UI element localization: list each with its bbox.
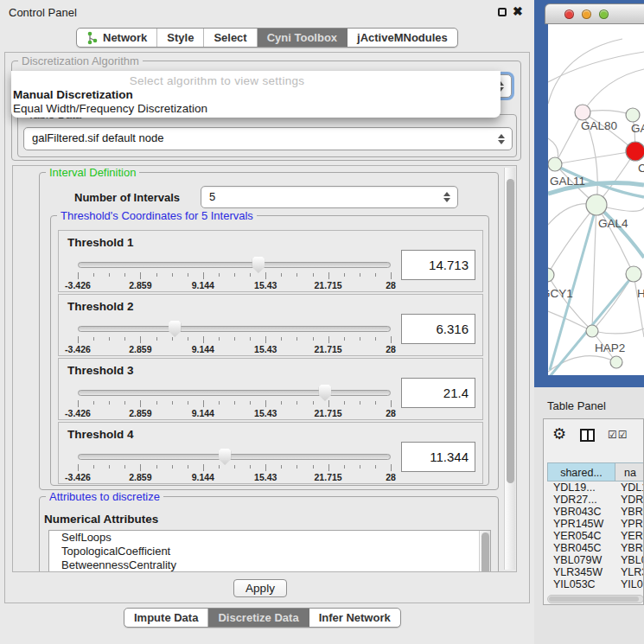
slider-thumb[interactable] bbox=[318, 385, 331, 401]
minimize-traffic-light[interactable] bbox=[582, 10, 591, 19]
algorithm-option[interactable]: Manual Discretization bbox=[13, 88, 133, 101]
slider-track[interactable] bbox=[78, 454, 391, 460]
tab-label: Select bbox=[214, 31, 246, 44]
tab-select[interactable]: Select bbox=[204, 29, 257, 47]
threshold-slider[interactable]: -3.4262.8599.14415.4321.71528 bbox=[78, 257, 391, 291]
settings-scrollbar[interactable] bbox=[504, 168, 515, 570]
table-row[interactable]: YBR045CYBR0 bbox=[547, 542, 644, 554]
cell-shared-name[interactable]: YDL19... bbox=[547, 481, 615, 494]
num-intervals-combo[interactable]: 5 bbox=[201, 186, 458, 208]
gear-icon[interactable]: ⚙ bbox=[552, 424, 566, 443]
network-edge[interactable] bbox=[634, 274, 644, 337]
attribute-list-item[interactable]: TopologicalCoefficient bbox=[49, 545, 490, 558]
slider-track[interactable] bbox=[78, 390, 391, 396]
table-row[interactable]: YIL053CYIL0 bbox=[547, 578, 644, 590]
tab-label: jActiveMNodules bbox=[357, 31, 448, 44]
network-edge[interactable] bbox=[548, 52, 644, 82]
network-window-titlebar[interactable] bbox=[545, 3, 644, 24]
network-node-label: GA bbox=[631, 122, 644, 135]
network-edge[interactable] bbox=[592, 205, 596, 331]
thresholds-group: Threshold's Coordinates for 5 Intervals … bbox=[50, 215, 489, 486]
column-header-shared-name[interactable]: shared... bbox=[547, 462, 615, 481]
slider-track[interactable] bbox=[78, 326, 391, 332]
threshold-slider[interactable]: -3.4262.8599.14415.4321.71528 bbox=[78, 321, 391, 355]
network-edge[interactable] bbox=[548, 39, 622, 104]
table-row[interactable]: YPR145WYPR1 bbox=[547, 518, 644, 530]
slider-thumb[interactable] bbox=[252, 257, 265, 273]
network-node-gal11[interactable] bbox=[548, 157, 562, 171]
cell-name[interactable]: YPR1 bbox=[615, 518, 644, 530]
attribute-list-item[interactable]: SelfLoops bbox=[49, 531, 490, 545]
apply-button[interactable]: Apply bbox=[233, 579, 287, 597]
network-edge[interactable] bbox=[555, 112, 583, 164]
cell-shared-name[interactable]: YBL079W bbox=[547, 554, 615, 566]
network-edge[interactable] bbox=[548, 356, 616, 372]
tab-jactivemnodules[interactable]: jActiveMNodules bbox=[348, 29, 457, 47]
slider-thumb[interactable] bbox=[219, 449, 232, 465]
list-scrollbar[interactable] bbox=[479, 531, 490, 572]
cell-name[interactable]: YIL0 bbox=[615, 578, 644, 590]
network-node[interactable] bbox=[610, 356, 622, 368]
slider-thumb[interactable] bbox=[169, 321, 182, 337]
tab-discretize-data[interactable]: Discretize Data bbox=[208, 609, 309, 627]
table-row[interactable]: YDR27...YDR2 bbox=[547, 494, 644, 506]
threshold-slider[interactable]: -3.4262.8599.14415.4321.71528 bbox=[78, 449, 391, 483]
cell-shared-name[interactable]: YDR27... bbox=[547, 494, 615, 506]
num-intervals-value: 5 bbox=[209, 190, 215, 203]
attributes-list[interactable]: SelfLoopsTopologicalCoefficientBetweenne… bbox=[48, 530, 491, 572]
tab-impute-data[interactable]: Impute Data bbox=[124, 609, 208, 627]
close-icon[interactable]: ✖ bbox=[513, 4, 523, 18]
cell-shared-name[interactable]: YBR045C bbox=[547, 542, 615, 554]
network-edge[interactable] bbox=[548, 205, 596, 275]
tab-network[interactable]: Network bbox=[77, 29, 157, 47]
cell-name[interactable]: YBR0 bbox=[615, 506, 644, 518]
network-node-h[interactable] bbox=[626, 266, 641, 282]
cell-name[interactable]: YDR2 bbox=[615, 494, 644, 506]
table-row[interactable]: YBR043CYBR0 bbox=[547, 506, 644, 518]
cell-name[interactable]: YBL0 bbox=[615, 554, 644, 566]
tab-cyni-toolbox[interactable]: Cyni Toolbox bbox=[258, 29, 348, 47]
network-edge[interactable] bbox=[583, 69, 644, 112]
network-canvas[interactable]: GAL80GACGAL11GAL4GCY1HHAP2 bbox=[548, 24, 644, 375]
slider-track[interactable] bbox=[78, 262, 391, 268]
cell-shared-name[interactable]: YIL053C bbox=[547, 578, 615, 590]
threshold-value-input[interactable] bbox=[401, 442, 475, 472]
network-edge[interactable] bbox=[548, 311, 592, 331]
column-header-name[interactable]: na bbox=[615, 462, 644, 481]
table-row[interactable]: YDL19...YDL1 bbox=[547, 481, 644, 494]
network-edge[interactable] bbox=[592, 328, 644, 334]
split-columns-icon[interactable] bbox=[580, 429, 595, 442]
algorithm-option[interactable]: Equal Width/Frequency Discretization bbox=[13, 102, 207, 115]
network-node-c[interactable] bbox=[626, 142, 644, 161]
checkbox-icons[interactable]: ☑☑ bbox=[608, 429, 628, 441]
threshold-value-input[interactable] bbox=[401, 314, 475, 344]
cell-name[interactable]: YBR0 bbox=[615, 542, 644, 554]
threshold-value-input[interactable] bbox=[401, 250, 475, 280]
network-node-gal4[interactable] bbox=[586, 194, 607, 215]
table-data-combo[interactable]: galFiltered.sif default node bbox=[23, 127, 513, 150]
tab-infer-network[interactable]: Infer Network bbox=[309, 609, 400, 627]
tab-style[interactable]: Style bbox=[157, 29, 204, 47]
table-row[interactable]: YLR345WYLR3 bbox=[547, 566, 644, 578]
attribute-list-item[interactable]: BetweennessCentrality bbox=[49, 558, 490, 572]
cell-shared-name[interactable]: YLR345W bbox=[547, 566, 615, 578]
network-node-gcy1[interactable] bbox=[548, 268, 554, 282]
threshold-slider[interactable]: -3.4262.8599.14415.4321.71528 bbox=[78, 385, 391, 419]
cell-shared-name[interactable]: YPR145W bbox=[547, 518, 615, 530]
close-traffic-light[interactable] bbox=[564, 10, 574, 19]
table-data-value: galFiltered.sif default node bbox=[32, 131, 163, 144]
threshold-value-input[interactable] bbox=[401, 378, 475, 408]
cell-shared-name[interactable]: YER054C bbox=[547, 530, 615, 542]
cell-name[interactable]: YDL1 bbox=[615, 481, 644, 494]
cell-shared-name[interactable]: YBR043C bbox=[547, 506, 615, 518]
cell-name[interactable]: YER0 bbox=[615, 530, 644, 542]
zoom-traffic-light[interactable] bbox=[599, 10, 609, 19]
network-node-gal80[interactable] bbox=[575, 105, 590, 120]
network-node-hap2[interactable] bbox=[586, 325, 598, 337]
network-node-ga[interactable] bbox=[626, 108, 640, 122]
cell-name[interactable]: YLR3 bbox=[615, 566, 644, 578]
table-row[interactable]: YER054CYER0 bbox=[547, 530, 644, 542]
table-row[interactable]: YBL079WYBL0 bbox=[547, 554, 644, 566]
table-hscrollbar[interactable] bbox=[547, 595, 644, 603]
float-window-icon[interactable] bbox=[498, 8, 507, 16]
